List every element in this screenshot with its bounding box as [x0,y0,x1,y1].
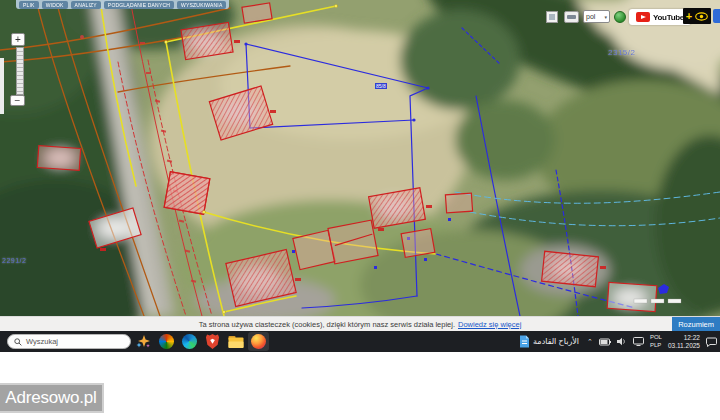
cookie-more-link[interactable]: Dowiedz się więcej [458,320,521,329]
speaker-icon[interactable] [617,337,627,346]
keyboard-language-indicator[interactable]: POL PLP [650,334,662,348]
taskbar-search-input[interactable]: Wyszukaj [7,334,131,349]
search-placeholder: Wyszukaj [26,337,58,346]
battery-icon[interactable] [599,338,611,346]
adresowo-watermark: Adresowo.pl [0,383,104,413]
copilot-icon[interactable] [158,333,175,350]
export-image-button[interactable] [546,11,558,23]
windows-taskbar: Wyszukaj [0,331,720,352]
menu-widok[interactable]: WIDOK [42,1,68,9]
gis-menu-bar: PLIK WIDOK ANALIZY PODGLĄDANIE DANYCH WY… [16,0,229,9]
cookie-notice-bar: Ta strona używa ciasteczek (cookies), dz… [0,316,720,331]
zoom-out-button[interactable]: − [10,95,25,106]
copilot-sparkle-icon[interactable] [135,333,152,350]
youtube-label: YouTube [653,13,684,22]
news-widget-text: الأرباح القادمة [533,337,579,346]
font-size-plus-icon: + [686,9,692,23]
system-tray: الأرباح القادمة ⌃ POL PLP 12:22 [519,331,717,352]
brave-icon[interactable] [204,333,221,350]
cookie-message: Ta strona używa ciasteczek (cookies), dz… [199,320,455,329]
accessibility-contrast-button[interactable]: + [683,8,711,24]
parcel-label: 2291/2 [2,257,26,264]
help-button[interactable] [614,11,626,23]
language-value: pol [586,13,595,20]
parcel-label: 2315/2 [608,48,635,57]
menu-wyszukiwania[interactable]: WYSZUKIWANIA [177,1,226,9]
panel-toggle-button[interactable] [713,9,720,23]
firefox-icon[interactable] [250,333,267,350]
desktop-screen: PLIK WIDOK ANALIZY PODGLĄDANIE DANYCH WY… [0,0,720,420]
geoportal-map-canvas[interactable]: PLIK WIDOK ANALIZY PODGLĄDANIE DANYCH WY… [0,0,720,316]
document-icon [519,335,530,348]
taskbar-clock[interactable]: 12:22 03.11.2025 [668,334,700,350]
notification-center-icon[interactable] [706,337,717,347]
printer-icon [567,15,576,19]
menu-podgladanie-danych[interactable]: PODGLĄDANIE DANYCH [104,1,174,9]
frame-icon [549,14,555,20]
zoom-in-button[interactable]: + [11,33,25,46]
hidden-icons-chevron[interactable]: ⌃ [587,338,593,346]
menu-plik[interactable]: PLIK [19,1,39,9]
taskbar-news-widget[interactable]: الأرباح القادمة [519,335,579,348]
youtube-play-icon [636,12,650,22]
chevron-down-icon: ▾ [604,14,607,20]
zoom-slider-track[interactable] [16,47,24,95]
cookie-accept-button[interactable]: Rozumiem [672,317,720,332]
map-zoom-control: + − [11,33,28,106]
watermark-label: Adresowo.pl [5,388,96,408]
language-select[interactable]: pol ▾ [583,10,610,23]
menu-analizy[interactable]: ANALIZY [71,1,101,9]
panel-edge-sliver [0,58,4,114]
parcel-label-highlighted: 85/8 [375,83,387,89]
edge-icon[interactable] [181,333,198,350]
file-explorer-icon[interactable] [227,333,244,350]
print-button[interactable] [564,11,579,23]
network-display-icon[interactable] [633,337,644,346]
youtube-button[interactable]: YouTube [629,9,691,25]
search-icon [14,338,22,346]
eye-icon [695,12,708,21]
